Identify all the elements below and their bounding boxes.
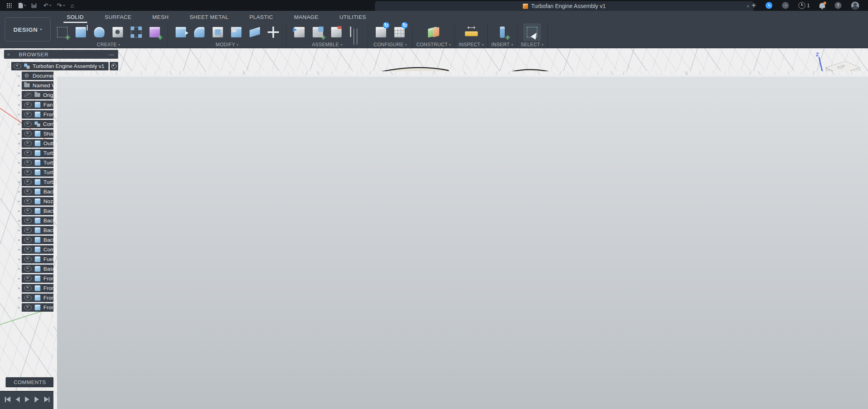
expand-chevron-icon[interactable]: »	[16, 141, 22, 146]
tool-create-sketch[interactable]	[53, 23, 71, 41]
tool-configuration[interactable]	[372, 23, 390, 41]
group-label-insert[interactable]: INSERT	[491, 42, 510, 47]
document-tab[interactable]: Turbofan Engine Assembly v1 ×	[375, 1, 753, 11]
expand-chevron-icon[interactable]: »	[16, 228, 22, 232]
expand-chevron-icon[interactable]: »	[16, 160, 22, 165]
expand-chevron-icon[interactable]: »	[16, 189, 22, 194]
group-label-create[interactable]: CREATE	[97, 42, 117, 47]
playback-play[interactable]	[25, 397, 29, 402]
workspace-switcher[interactable]: DESIGN ▾	[5, 17, 51, 41]
visibility-eye-icon[interactable]	[24, 189, 32, 194]
titlebar-icon-redo[interactable]: ↷ ▾	[57, 3, 65, 8]
expand-chevron-icon[interactable]: »	[16, 266, 22, 271]
tool-fillet[interactable]	[190, 23, 208, 41]
visibility-eye-icon[interactable]	[24, 121, 32, 127]
group-label-select[interactable]: SELECT	[521, 42, 540, 47]
tool-select[interactable]	[523, 23, 541, 41]
chevron-down-icon[interactable]: ▾	[340, 43, 342, 47]
group-label-modify[interactable]: MODIFY	[216, 42, 235, 47]
playback-skip-end[interactable]	[44, 397, 50, 402]
job-status-icon[interactable]: ◔	[782, 2, 789, 9]
titlebar-icon-app-grid[interactable]	[6, 3, 13, 8]
tool-extrude[interactable]	[72, 23, 90, 41]
titlebar-icon-home[interactable]: ⌂	[70, 2, 75, 9]
chevron-down-icon[interactable]: ▾	[119, 43, 120, 47]
visibility-eye-icon[interactable]	[24, 102, 32, 107]
playback-skip-start[interactable]	[5, 397, 10, 402]
tool-form[interactable]	[146, 23, 164, 41]
expand-chevron-icon[interactable]: »	[16, 92, 22, 97]
playback-step-forward[interactable]	[35, 397, 39, 402]
notifications-icon[interactable]	[819, 3, 825, 8]
tool-configuration-table[interactable]	[391, 23, 408, 41]
titlebar-icon-save[interactable]	[31, 3, 38, 8]
group-label-construct[interactable]: CONSTRUCT	[416, 42, 448, 47]
visibility-eye-icon[interactable]	[24, 160, 32, 165]
tab-utilities[interactable]: UTILITIES	[329, 12, 377, 23]
expand-chevron-icon[interactable]: »	[16, 218, 22, 223]
group-label-assemble[interactable]: ASSEMBLE	[312, 42, 339, 47]
expand-chevron-icon[interactable]: »	[16, 257, 22, 261]
playback-step-back[interactable]	[16, 397, 20, 402]
activate-component-radio[interactable]	[110, 62, 118, 70]
expand-chevron-icon[interactable]: »	[16, 131, 22, 136]
tool-construct-plane[interactable]	[425, 23, 442, 41]
tab-solid[interactable]: SOLID	[56, 12, 94, 23]
visibility-eye-icon[interactable]	[14, 64, 21, 69]
group-label-inspect[interactable]: INSPECT	[459, 42, 480, 47]
visibility-eye-icon[interactable]	[24, 295, 32, 300]
expand-chevron-icon[interactable]: »	[16, 102, 22, 107]
expand-chevron-icon[interactable]: »	[16, 247, 22, 252]
chevron-down-icon[interactable]: ▾	[237, 43, 238, 47]
tool-derive[interactable]	[291, 23, 308, 41]
collapse-panel-icon[interactable]: «	[7, 51, 9, 57]
expand-chevron-icon[interactable]: ⌄	[6, 64, 11, 69]
group-label-configure[interactable]: CONFIGURE	[373, 42, 403, 47]
visibility-eye-icon[interactable]	[24, 257, 32, 262]
expand-chevron-icon[interactable]: »	[16, 305, 22, 310]
chevron-down-icon[interactable]: ▾	[449, 43, 451, 47]
visibility-eye-icon[interactable]	[24, 150, 32, 156]
visibility-eye-icon[interactable]	[24, 179, 32, 185]
tab-mesh[interactable]: MESH	[142, 12, 179, 23]
expand-chevron-icon[interactable]: »	[16, 199, 22, 203]
tool-hole[interactable]	[109, 23, 127, 41]
tab-sheet-metal[interactable]: SHEET METAL	[179, 12, 239, 23]
visibility-eye-icon[interactable]	[24, 170, 32, 175]
tool-new-component[interactable]	[309, 23, 327, 41]
tool-joint-origin[interactable]	[346, 23, 364, 41]
visibility-eye-icon[interactable]	[24, 237, 32, 243]
chevron-down-icon[interactable]: ▾	[482, 43, 483, 47]
help-icon[interactable]: ?	[835, 2, 841, 9]
visibility-eye-icon[interactable]	[24, 228, 32, 233]
expand-chevron-icon[interactable]: »	[16, 112, 22, 117]
expand-chevron-icon[interactable]: »	[16, 179, 22, 184]
tab-surface[interactable]: SURFACE	[94, 12, 142, 23]
expand-chevron-icon[interactable]: »	[16, 237, 22, 242]
expand-chevron-icon[interactable]: »	[16, 286, 22, 290]
visibility-eye-icon[interactable]	[24, 247, 32, 252]
visibility-eye-icon[interactable]	[24, 305, 32, 310]
tool-move[interactable]	[264, 23, 282, 41]
visibility-eye-icon[interactable]	[24, 131, 32, 136]
expand-chevron-icon[interactable]: »	[16, 170, 22, 175]
tab-manage[interactable]: MANAGE	[284, 12, 329, 23]
visibility-eye-icon[interactable]	[24, 199, 32, 204]
expand-chevron-icon[interactable]: »	[16, 295, 22, 300]
tool-revolve[interactable]	[90, 23, 108, 41]
new-tab-button[interactable]: +	[752, 1, 756, 10]
tool-pattern[interactable]	[127, 23, 145, 41]
tool-split-body[interactable]	[246, 23, 264, 41]
visibility-eye-icon[interactable]	[24, 141, 32, 146]
tool-joint[interactable]	[328, 23, 345, 41]
expand-chevron-icon[interactable]: »	[16, 83, 22, 88]
tool-insert-fastener[interactable]	[493, 23, 511, 41]
account-avatar[interactable]	[851, 2, 859, 10]
expand-chevron-icon[interactable]: »	[16, 208, 22, 213]
tool-shell[interactable]	[209, 23, 227, 41]
tool-combine[interactable]	[227, 23, 245, 41]
visibility-eye-icon[interactable]	[24, 276, 32, 281]
titlebar-icon-file-new[interactable]: ▾	[18, 3, 26, 8]
close-tab-icon[interactable]: ×	[746, 3, 749, 9]
browser-header[interactable]: « BROWSER —	[4, 50, 118, 59]
